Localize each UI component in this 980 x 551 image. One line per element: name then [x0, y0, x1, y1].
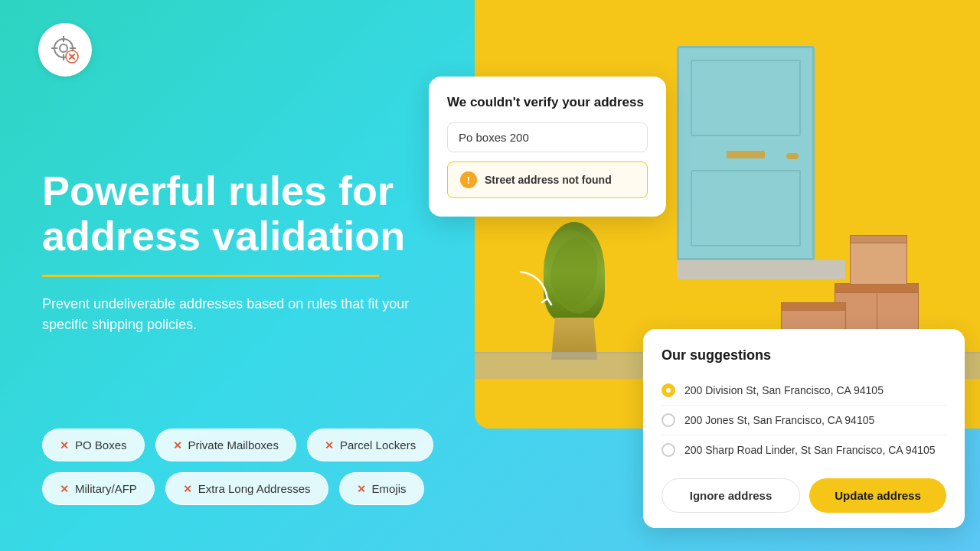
subtitle: Prevent undeliverable addresses based on…	[42, 294, 448, 335]
verify-card: We couldn't verify your address ! Street…	[429, 77, 666, 217]
error-banner: ! Street address not found	[447, 161, 648, 198]
warning-icon: !	[460, 171, 477, 188]
arrow-decoration	[505, 260, 567, 321]
tags-row-2: ✕ Military/AFP ✕ Extra Long Addresses ✕ …	[42, 472, 433, 505]
logo	[38, 23, 92, 77]
suggestions-title: Our suggestions	[662, 347, 946, 364]
tag-po-boxes[interactable]: ✕ PO Boxes	[42, 429, 145, 461]
door-mail-slot	[727, 151, 765, 158]
door-panel-top	[691, 60, 801, 136]
left-content: Powerful rules for address validation Pr…	[42, 168, 448, 373]
verify-card-title: We couldn't verify your address	[447, 95, 648, 110]
tag-x-icon: ✕	[357, 483, 366, 495]
radio-unselected[interactable]	[662, 443, 675, 457]
tag-emojis[interactable]: ✕ Emojis	[339, 472, 424, 505]
update-address-button[interactable]: Update address	[809, 478, 946, 513]
door-panel-bottom	[691, 170, 801, 246]
radio-selected[interactable]	[662, 383, 675, 397]
yellow-divider	[42, 275, 379, 277]
door-handle	[786, 153, 799, 159]
tag-x-icon: ✕	[60, 483, 69, 495]
tag-military[interactable]: ✕ Military/AFP	[42, 472, 155, 505]
tag-x-icon: ✕	[60, 439, 69, 452]
suggestions-card: Our suggestions 200 Division St, San Fra…	[643, 329, 965, 528]
tag-x-icon: ✕	[325, 439, 334, 452]
main-title: Powerful rules for address validation	[42, 168, 448, 259]
error-text: Street address not found	[485, 174, 612, 186]
suggestion-item-2[interactable]: 200 Jones St, San Francisco, CA 94105	[662, 405, 946, 435]
suggestion-item-3[interactable]: 200 Sharp Road Linder, St San Francisco,…	[662, 435, 946, 465]
ignore-address-button[interactable]: Ignore address	[662, 478, 800, 513]
address-input[interactable]	[447, 122, 648, 152]
box-small-top	[850, 235, 907, 285]
svg-point-1	[60, 44, 67, 52]
suggestions-actions: Ignore address Update address	[662, 478, 946, 513]
tags-row-1: ✕ PO Boxes ✕ Private Mailboxes ✕ Parcel …	[42, 429, 433, 461]
tag-parcel-lockers[interactable]: ✕ Parcel Lockers	[307, 429, 433, 461]
tag-x-icon: ✕	[183, 483, 192, 495]
tag-x-icon: ✕	[173, 439, 182, 452]
tag-extra-long[interactable]: ✕ Extra Long Addresses	[165, 472, 328, 505]
door	[677, 46, 815, 260]
tags-container: ✕ PO Boxes ✕ Private Mailboxes ✕ Parcel …	[42, 429, 433, 505]
radio-unselected[interactable]	[662, 413, 675, 427]
tag-private-mailboxes[interactable]: ✕ Private Mailboxes	[155, 429, 296, 461]
suggestion-item-1[interactable]: 200 Division St, San Francisco, CA 94105	[662, 376, 946, 405]
